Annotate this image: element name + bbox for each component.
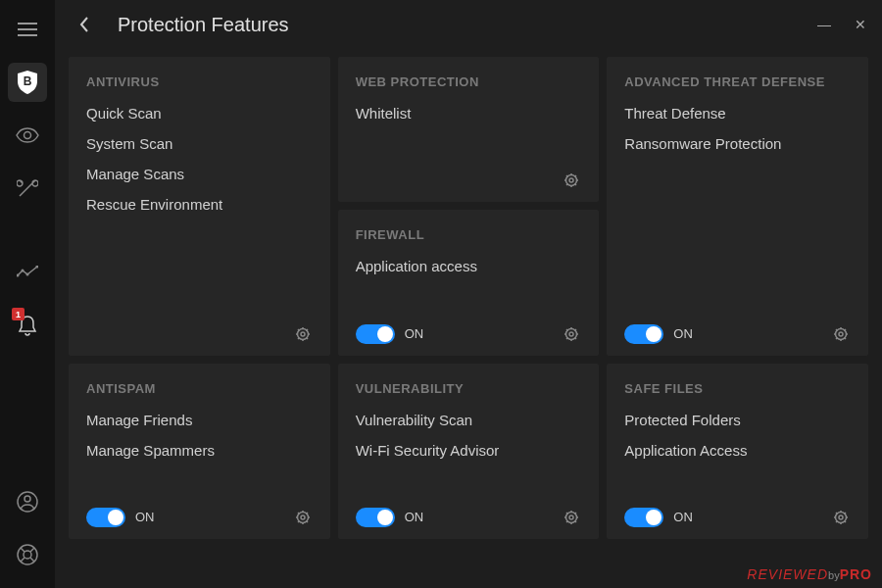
sidebar-protection[interactable]: B	[8, 63, 47, 102]
item-ransomware[interactable]: Ransomware Protection	[624, 135, 851, 152]
gear-icon	[295, 326, 311, 342]
sidebar-account[interactable]	[8, 482, 47, 521]
card-footer	[356, 163, 582, 190]
card-footer: ON	[624, 317, 851, 344]
toggle-safe[interactable]: ON	[624, 508, 693, 527]
toggle-threat[interactable]: ON	[624, 324, 693, 344]
sidebar-privacy[interactable]	[8, 116, 47, 155]
item-threat-defense[interactable]: Threat Defense	[624, 105, 851, 122]
card-items: Application access	[356, 258, 582, 302]
user-icon	[17, 491, 38, 513]
switch-on[interactable]	[624, 324, 663, 344]
shield-icon: B	[17, 70, 38, 95]
card-safe-files: SAFE FILES Protected Folders Application…	[607, 364, 868, 539]
hamburger-icon	[18, 23, 37, 36]
card-footer	[86, 317, 313, 344]
card-vulnerability: VULNERABILITY Vulnerability Scan Wi-Fi S…	[338, 364, 600, 539]
card-footer: ON	[356, 500, 582, 527]
item-app-access-safe[interactable]: Application Access	[624, 442, 851, 459]
item-system-scan[interactable]: System Scan	[86, 135, 313, 152]
toggle-vuln[interactable]: ON	[356, 508, 424, 527]
settings-button[interactable]	[562, 508, 581, 527]
minimize-button[interactable]: —	[817, 17, 831, 32]
card-items: Vulnerability Scan Wi-Fi Security Adviso…	[356, 412, 582, 486]
titlebar: Protection Features — ✕	[55, 0, 882, 49]
gear-icon	[295, 510, 311, 525]
settings-button[interactable]	[562, 324, 581, 344]
card-firewall: FIREWALL Application access ON	[338, 210, 600, 355]
card-title: WEB PROTECTION	[356, 74, 582, 89]
svg-point-13	[569, 178, 573, 182]
item-wifi-advisor[interactable]: Wi-Fi Security Advisor	[356, 442, 582, 459]
svg-point-3	[22, 270, 24, 272]
svg-text:B: B	[24, 74, 32, 88]
activity-icon	[17, 266, 38, 279]
hamburger-button[interactable]	[8, 10, 47, 49]
card-title: ADVANCED THREAT DEFENSE	[624, 74, 851, 89]
app-root: B 1 Protection Features	[0, 0, 882, 588]
sidebar-tools[interactable]	[8, 169, 47, 208]
card-items: Manage Friends Manage Spammers	[86, 412, 313, 486]
item-vuln-scan[interactable]: Vulnerability Scan	[356, 412, 582, 428]
card-footer: ON	[86, 500, 313, 527]
svg-point-21	[569, 515, 573, 519]
card-footer: ON	[356, 317, 582, 344]
sidebar-notifications[interactable]: 1	[8, 306, 47, 345]
item-app-access[interactable]: Application access	[356, 258, 582, 274]
svg-point-11	[301, 332, 305, 336]
card-title: SAFE FILES	[624, 381, 851, 396]
toggle-label: ON	[673, 510, 693, 524]
item-protected-folders[interactable]: Protected Folders	[624, 412, 851, 428]
tools-icon	[17, 177, 38, 199]
svg-point-15	[839, 332, 843, 336]
svg-point-7	[24, 496, 30, 502]
card-title: ANTISPAM	[86, 381, 313, 396]
card-footer: ON	[624, 500, 851, 527]
card-title: FIREWALL	[356, 227, 582, 242]
notification-badge: 1	[12, 308, 24, 320]
sidebar-activity[interactable]	[8, 253, 47, 292]
toggle-firewall[interactable]: ON	[356, 324, 424, 344]
toggle-label: ON	[673, 326, 693, 341]
item-rescue-env[interactable]: Rescue Environment	[86, 196, 313, 213]
card-advanced-threat: ADVANCED THREAT DEFENSE Threat Defense R…	[607, 57, 868, 356]
svg-point-17	[569, 332, 573, 336]
settings-button[interactable]	[831, 324, 851, 344]
close-button[interactable]: ✕	[855, 17, 866, 32]
cards-grid: ANTIVIRUS Quick Scan System Scan Manage …	[55, 49, 882, 588]
item-whitelist[interactable]: Whitelist	[356, 105, 582, 122]
card-antispam: ANTISPAM Manage Friends Manage Spammers …	[69, 364, 330, 539]
settings-button[interactable]	[831, 508, 851, 527]
svg-point-1	[24, 132, 31, 139]
gear-icon	[564, 326, 579, 342]
switch-on[interactable]	[356, 324, 395, 344]
card-web-protection: WEB PROTECTION Whitelist	[338, 57, 600, 202]
svg-point-23	[839, 515, 843, 519]
sidebar: B 1	[0, 0, 55, 588]
chevron-left-icon	[79, 17, 89, 32]
settings-button[interactable]	[562, 171, 581, 190]
toggle-label: ON	[405, 510, 424, 524]
gear-icon	[833, 326, 849, 342]
sidebar-support[interactable]	[8, 535, 47, 574]
toggle-antispam[interactable]: ON	[86, 508, 155, 527]
item-manage-spammers[interactable]: Manage Spammers	[86, 442, 313, 459]
settings-button[interactable]	[293, 508, 313, 527]
toggle-label: ON	[405, 326, 424, 341]
switch-on[interactable]	[356, 508, 395, 527]
card-title: VULNERABILITY	[356, 381, 582, 396]
card-items: Protected Folders Application Access	[624, 412, 851, 486]
switch-on[interactable]	[624, 508, 663, 527]
lifebuoy-icon	[17, 544, 38, 565]
page-title: Protection Features	[118, 14, 289, 36]
back-button[interactable]	[71, 11, 98, 38]
card-title: ANTIVIRUS	[86, 74, 313, 89]
switch-on[interactable]	[86, 508, 125, 527]
card-items: Quick Scan System Scan Manage Scans Resc…	[86, 105, 313, 303]
window-controls: — ✕	[817, 17, 866, 32]
toggle-label: ON	[135, 510, 155, 524]
settings-button[interactable]	[293, 324, 313, 344]
item-manage-scans[interactable]: Manage Scans	[86, 166, 313, 182]
item-manage-friends[interactable]: Manage Friends	[86, 412, 313, 428]
item-quick-scan[interactable]: Quick Scan	[86, 105, 313, 122]
